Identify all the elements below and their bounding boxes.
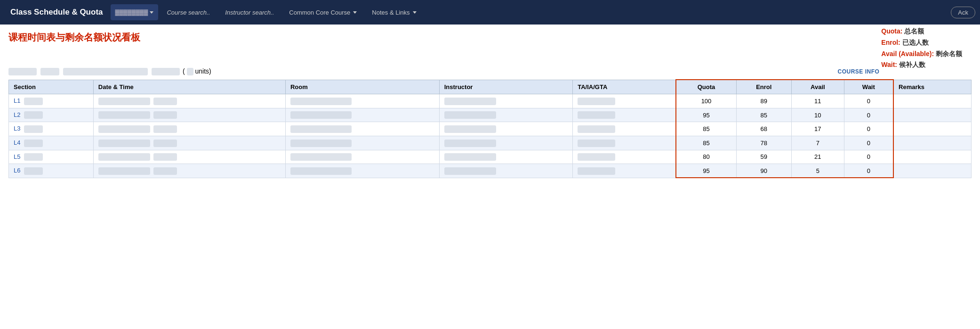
course-code-blur — [8, 68, 37, 75]
cell-datetime — [93, 122, 285, 136]
cell-instructor — [439, 94, 572, 108]
cell-section: L4 — [9, 136, 94, 150]
section-link[interactable]: L2 — [14, 111, 20, 118]
notes-links-button[interactable]: Notes & Links — [365, 4, 423, 20]
col-instructor: Instructor — [439, 80, 572, 94]
table-row: L5 80 59 21 0 — [9, 150, 972, 164]
cell-datetime — [93, 108, 285, 122]
col-remarks: Remarks — [893, 80, 971, 94]
cell-avail: 10 — [792, 108, 844, 122]
table-row: L3 85 68 17 0 — [9, 122, 972, 136]
navbar: Class Schedule & Quota ▓▓▓▓▓▓▓▓ Course s… — [0, 0, 980, 25]
cell-ta — [573, 108, 676, 122]
cell-instructor — [439, 108, 572, 122]
cell-quota: 85 — [676, 136, 736, 150]
cell-room — [285, 108, 439, 122]
cell-wait: 0 — [844, 164, 893, 178]
col-wait: Wait — [844, 80, 893, 94]
cell-wait: 0 — [844, 150, 893, 164]
cell-wait: 0 — [844, 122, 893, 136]
cell-instructor — [439, 122, 572, 136]
cell-avail: 17 — [792, 122, 844, 136]
section-sub — [24, 98, 43, 105]
section-sub — [24, 153, 43, 161]
cell-avail: 7 — [792, 136, 844, 150]
section-link[interactable]: L3 — [14, 125, 20, 132]
cell-quota: 95 — [676, 108, 736, 122]
cell-quota: 100 — [676, 94, 736, 108]
course-extra-blur — [152, 68, 180, 75]
cell-room — [285, 164, 439, 178]
cell-remarks — [893, 122, 971, 136]
cell-remarks — [893, 136, 971, 150]
col-quota: Quota — [676, 80, 736, 94]
legend-wait: Wait: 候补人数 — [881, 59, 962, 71]
section-link[interactable]: L4 — [14, 139, 20, 146]
section-sub — [24, 140, 43, 147]
section-link[interactable]: L6 — [14, 167, 20, 174]
cell-room — [285, 150, 439, 164]
legend-avail: Avail (Available): 剩余名额 — [881, 49, 962, 60]
ack-button[interactable]: Ack — [951, 7, 975, 18]
legend-enrol: Enrol: 已选人数 — [881, 37, 962, 49]
page-title: 课程时间表与剩余名额状况看板 — [8, 31, 972, 44]
legend: Quota: 总名额 Enrol: 已选人数 Avail (Available)… — [881, 26, 962, 71]
cell-ta — [573, 94, 676, 108]
department-value: ▓▓▓▓▓▓▓▓ — [115, 9, 148, 16]
cell-datetime — [93, 94, 285, 108]
cell-wait: 0 — [844, 94, 893, 108]
cell-room — [285, 94, 439, 108]
table-row: L6 95 90 5 0 — [9, 164, 972, 178]
table-row: L1 100 89 11 0 — [9, 94, 972, 108]
cell-remarks — [893, 94, 971, 108]
cell-avail: 11 — [792, 94, 844, 108]
course-info-label: COURSE INFO — [837, 68, 881, 75]
cell-remarks — [893, 108, 971, 122]
dropdown-arrow-icon — [150, 11, 153, 14]
section-link[interactable]: L1 — [14, 97, 20, 104]
cell-enrol: 85 — [736, 108, 791, 122]
cell-remarks — [893, 150, 971, 164]
section-link[interactable]: L5 — [14, 153, 20, 160]
main-content: 课程时间表与剩余名额状况看板 Quota: 总名额 Enrol: 已选人数 Av… — [0, 25, 980, 185]
instructor-search-button[interactable]: Instructor search.. — [218, 4, 281, 20]
col-datetime: Date & Time — [93, 80, 285, 94]
col-ta: TA/IA/GTA — [573, 80, 676, 94]
common-core-button[interactable]: Common Core Course — [282, 4, 363, 20]
col-room: Room — [285, 80, 439, 94]
course-header: ( units) COURSE INFO — [8, 67, 881, 75]
cell-quota: 85 — [676, 122, 736, 136]
cell-datetime — [93, 164, 285, 178]
course-name-blur — [63, 68, 148, 75]
department-dropdown[interactable]: ▓▓▓▓▓▓▓▓ — [111, 4, 159, 20]
course-search-button[interactable]: Course search.. — [160, 4, 217, 20]
section-sub — [24, 125, 43, 133]
col-section: Section — [9, 80, 94, 94]
cell-quota: 80 — [676, 150, 736, 164]
cell-quota: 95 — [676, 164, 736, 178]
cell-datetime — [93, 150, 285, 164]
cell-instructor — [439, 164, 572, 178]
common-core-arrow-icon — [353, 11, 357, 14]
course-num-blur — [40, 68, 59, 75]
cell-wait: 0 — [844, 136, 893, 150]
cell-avail: 5 — [792, 164, 844, 178]
cell-room — [285, 136, 439, 150]
cell-ta — [573, 164, 676, 178]
table-row: L4 85 78 7 0 — [9, 136, 972, 150]
cell-section: L2 — [9, 108, 94, 122]
table-row: L2 95 85 10 0 — [9, 108, 972, 122]
col-avail: Avail — [792, 80, 844, 94]
cell-section: L6 — [9, 164, 94, 178]
cell-ta — [573, 122, 676, 136]
section-sub — [24, 167, 43, 175]
cell-enrol: 78 — [736, 136, 791, 150]
cell-ta — [573, 150, 676, 164]
units-text: ( units) — [183, 67, 211, 75]
schedule-table: Section Date & Time Room Instructor TA/I… — [8, 79, 972, 178]
notes-links-arrow-icon — [413, 11, 417, 14]
cell-remarks — [893, 164, 971, 178]
cell-enrol: 89 — [736, 94, 791, 108]
cell-enrol: 59 — [736, 150, 791, 164]
cell-enrol: 90 — [736, 164, 791, 178]
